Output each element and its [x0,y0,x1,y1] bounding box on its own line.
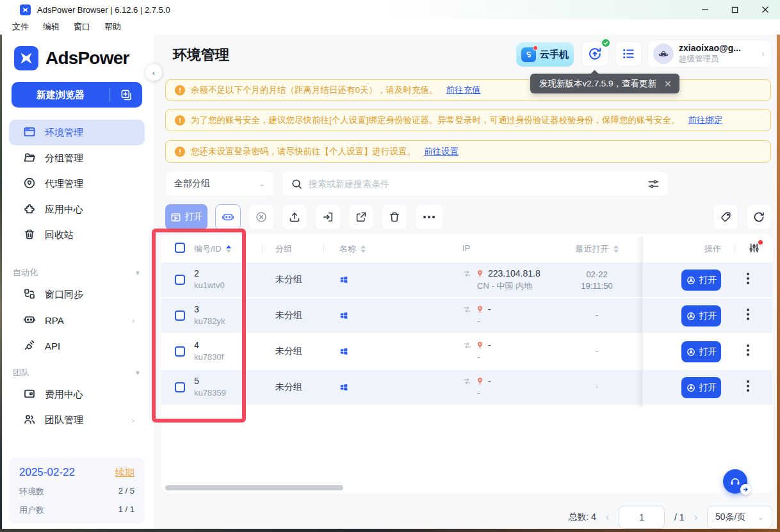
table-row[interactable]: 3ku782yk 未分组 - - - 打开 [161,298,772,333]
recharge-link[interactable]: 前往充值 [446,85,481,96]
minimize-button[interactable] [690,0,720,19]
column-id[interactable]: 编号/ID [194,243,231,255]
row-checkbox[interactable] [175,275,185,285]
share-export-button[interactable] [348,204,374,230]
sidebar-item-proxies[interactable]: 代理管理 [9,171,145,197]
trash-icon [388,211,401,223]
x-circle-icon [255,211,268,223]
table-row[interactable]: 4ku7830f 未分组 - - - 打开 [161,334,772,369]
menu-edit[interactable]: 编辑 [36,21,67,33]
sidebar-item-environments[interactable]: 环境管理 [9,120,145,145]
chevron-down-icon[interactable]: ▼ [134,369,141,376]
open-environment-button[interactable]: 打开 [681,377,721,398]
sidebar-item-label: 应用中心 [45,204,83,216]
open-environment-button[interactable]: 打开 [681,270,721,291]
task-list-button[interactable] [615,41,642,67]
prev-page-button[interactable]: ‹ [606,512,609,523]
chevron-down-icon[interactable]: ▼ [134,270,141,277]
column-name[interactable]: 名称 [339,243,366,255]
column-actions: 操作 [693,243,733,255]
column-settings-icon[interactable] [748,242,760,256]
row-checkbox[interactable] [175,382,185,392]
sidebar-item-label: 费用中心 [45,389,83,401]
page-number-input[interactable] [619,506,665,529]
check-update-button[interactable] [581,41,608,67]
page-size-select[interactable]: 50条/页 ⌄ [707,506,772,529]
settings-link[interactable]: 前往设置 [424,146,459,157]
sidebar-item-recycle-bin[interactable]: 回收站 [9,222,145,248]
sidebar-item-api[interactable]: API [9,333,145,359]
row-menu-button[interactable] [747,309,749,320]
open-environment-button[interactable]: 打开 [681,341,721,362]
menu-window[interactable]: 窗口 [67,21,97,33]
menu-file[interactable]: 文件 [5,21,36,33]
menu-help[interactable]: 帮助 [97,21,128,33]
close-button[interactable] [750,0,780,19]
row-menu-button[interactable] [747,380,749,392]
authenticator-warning-banner: ! 为了您的账号安全，建议您尽快前往[个人设置]绑定身份验证器。异常登录时，可通… [165,109,771,131]
export-upload-button[interactable] [282,204,307,230]
warning-icon: ! [175,115,185,125]
account-menu[interactable]: zxiaoixao@g... 超级管理员 › [647,40,772,68]
column-last-opened[interactable]: 最近打开 [565,243,629,255]
location-pin-icon [475,376,485,386]
column-ip: IP [462,243,470,253]
open-environment-button[interactable]: 打开 [681,305,721,326]
row-checkbox[interactable] [175,346,185,357]
sidebar-item-window-sync[interactable]: 窗口同步 [9,282,145,307]
section-automation[interactable]: 自动化 ▼ [0,264,154,282]
sidebar-item-apps[interactable]: 应用中心 [9,197,145,222]
new-browser-button[interactable]: 新建浏览器 [12,82,142,108]
refresh-button[interactable] [746,204,772,230]
add-window-icon[interactable] [110,89,142,101]
sidebar-item-groups[interactable]: 分组管理 [9,145,145,171]
globe-pin-icon [23,177,36,191]
import-button[interactable] [315,204,341,230]
chevron-down-icon: ⌄ [758,513,764,522]
group-filter-select[interactable]: 全部分组 ⌄ [165,171,274,197]
rpa-robot-button[interactable] [215,204,241,230]
fixed-column-shadow [636,237,642,407]
section-team[interactable]: 团队 ▼ [0,364,154,382]
brand-name: AdsPower [45,48,129,69]
close-all-button[interactable] [248,204,274,230]
column-group[interactable]: 分组 [275,243,292,255]
folder-icon [23,151,36,166]
sidebar-item-rpa[interactable]: RPA › [9,307,145,333]
delete-button[interactable] [382,204,407,230]
ufo-avatar-icon [656,46,671,61]
maximize-button[interactable] [720,0,750,19]
more-actions-button[interactable] [415,204,443,230]
open-selected-button[interactable]: 打开 [165,204,207,230]
next-page-button[interactable]: › [694,512,697,523]
sidebar-item-billing[interactable]: 费用中心 [9,382,145,407]
robot-icon [23,313,36,328]
sidebar-collapse-button[interactable]: ‹ [145,64,162,81]
chrome-icon [686,347,696,357]
search-input[interactable] [309,179,642,189]
horizontal-scrollbar[interactable] [165,485,343,490]
desktop-edge-left [0,35,2,532]
row-checkbox[interactable] [175,310,185,321]
adspower-logo-icon [14,46,38,70]
row-menu-button[interactable] [747,344,749,356]
table-row[interactable]: 5ku78359 未分组 - - - 打开 [161,370,772,405]
select-all-checkbox[interactable] [175,243,185,253]
row-menu-button[interactable] [747,273,749,284]
sidebar-item-label: 分组管理 [45,152,83,165]
bind-link[interactable]: 前往绑定 [688,115,723,126]
cloud-phone-button[interactable]: 云手机 [516,42,574,67]
support-arrow-badge[interactable] [740,484,751,495]
tags-button[interactable] [713,204,738,230]
plan-card: 2025-02-22 续期 环境数2 / 5 用户数1 / 1 [9,457,145,524]
table-row[interactable]: 2ku1wtv0 未分组 223.104.81.8 CN - 中国 内地 02-… [161,262,772,297]
warning-icon: ! [175,147,185,157]
sidebar-item-team-management[interactable]: 团队管理 › [9,407,145,433]
filter-sliders-icon[interactable] [647,178,660,190]
swap-icon [462,269,472,278]
chevron-down-icon: ⌄ [259,179,265,188]
tooltip-close-icon[interactable]: ✕ [664,79,672,89]
chrome-icon [686,311,696,321]
renew-link[interactable]: 续期 [115,467,134,479]
page-total: / 1 [674,512,685,522]
